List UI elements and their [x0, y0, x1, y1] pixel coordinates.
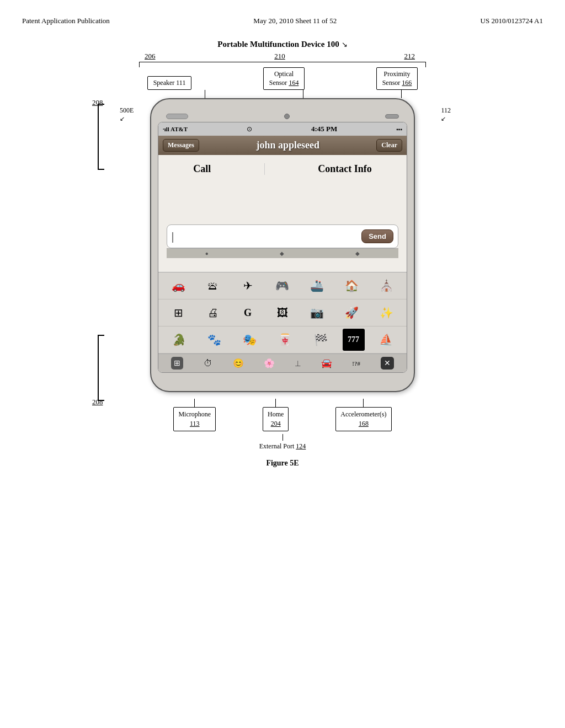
emoji-bell[interactable]: 🛎 [199, 275, 227, 297]
carrier: ·ıll AT&T [163, 126, 188, 132]
message-space [167, 186, 398, 219]
device-title: Portable Multifunction Device 100 [217, 40, 339, 49]
emoji-checkered[interactable]: 🏁 [307, 329, 334, 351]
emoji-paws[interactable]: 🐾 [200, 329, 228, 351]
emoji-mahjong[interactable]: 🀄 [271, 329, 299, 351]
phone-screen: ·ıll AT&T ⊙ 4:45 PM ▪▪▪ Messages john ap… [158, 122, 407, 373]
message-area: | Send ● ◆ ◆ [167, 224, 398, 258]
bottom-annotations: Microphone113 Home204 Accelerometer(s)16… [150, 399, 415, 431]
label-212: 212 [404, 52, 415, 61]
label-210: 210 [274, 52, 285, 61]
emoji-croc[interactable]: 🐊 [165, 329, 193, 351]
device-frame: ·ıll AT&T ⊙ 4:45 PM ▪▪▪ Messages john ap… [150, 98, 415, 392]
messages-btn[interactable]: Messages [163, 139, 199, 152]
patent-header: Patent Application Publication May 20, 2… [11, 11, 554, 31]
message-input-box[interactable]: | Send [167, 224, 398, 248]
content-area: Call Contact Info | [158, 155, 407, 272]
home-annotation: Home204 [263, 399, 289, 431]
toolbar-car[interactable]: 🚘 [321, 358, 332, 368]
emoji-toolbar: ⊞ ⏱ 😊 🌸 ⟂ 🚘 !?# ✕ [158, 354, 407, 372]
toolbar-symbols[interactable]: !?# [352, 360, 360, 367]
emoji-masks[interactable]: 🎭 [236, 329, 264, 351]
accelerometer-annotation: Accelerometer(s)168 [335, 399, 391, 431]
emoji-777[interactable]: 777 [343, 329, 365, 351]
toolbar-clock[interactable]: ⏱ [204, 358, 212, 368]
nav-title: john appleseed [256, 140, 319, 151]
emoji-church[interactable]: ⛪ [372, 275, 400, 297]
toolbar-delete[interactable]: ✕ [381, 357, 394, 370]
label-112: 112 ↙ [441, 106, 451, 123]
external-port-label: External Port 124 [259, 442, 306, 450]
emoji-sparkle[interactable]: ✨ [372, 302, 400, 324]
emoji-rocket[interactable]: 🚀 [338, 302, 366, 324]
label-500e: 500E ↙ [120, 106, 134, 123]
header-center: May 20, 2010 Sheet 11 of 52 [253, 17, 337, 25]
emoji-row-3: 🐊 🐾 🎭 🀄 🏁 777 ⛵ [158, 326, 407, 354]
diagram-wrapper: Portable Multifunction Device 100 ↘ 206 … [67, 39, 498, 468]
emoji-sailboat[interactable]: ⛵ [372, 329, 400, 351]
contact-row: Call Contact Info [167, 163, 398, 175]
emoji-row-1: 🚗 🛎 ✈ 🎮 🚢 🏠 ⛪ [158, 272, 407, 299]
clear-btn[interactable]: Clear [376, 139, 402, 152]
nav-bar: Messages john appleseed Clear [158, 136, 407, 155]
wifi-icon: ⊙ [247, 125, 252, 133]
page-container: Patent Application Publication May 20, 2… [0, 0, 565, 728]
cursor: | [172, 230, 174, 243]
emoji-gamepad[interactable]: 🎮 [269, 275, 296, 297]
time: 4:45 PM [311, 125, 337, 133]
send-btn[interactable]: Send [361, 229, 393, 243]
external-port-area: External Port 124 [67, 434, 498, 451]
toolbar-symbol[interactable]: ⟂ [295, 358, 301, 368]
emoji-house[interactable]: 🏠 [338, 275, 366, 297]
emoji-plane[interactable]: ✈ [234, 275, 262, 297]
emoji-camera[interactable]: 📷 [303, 302, 331, 324]
speaker-callout: Speaker 111 [147, 76, 192, 90]
label-206: 206 [145, 52, 156, 61]
toolbar-grid[interactable]: ⊞ [171, 357, 183, 370]
emoji-grid: 🚗 🛎 ✈ 🎮 🚢 🏠 ⛪ ⊞ 🖨 G [158, 272, 407, 372]
optical-sensor-callout: OpticalSensor 164 [263, 67, 305, 90]
figure-caption: Figure 5E [67, 459, 498, 468]
emoji-printer[interactable]: 🖨 [199, 302, 227, 324]
battery-icon: ▪▪▪ [396, 126, 402, 132]
emoji-ship[interactable]: 🚢 [303, 275, 331, 297]
header-right: US 2010/0123724 A1 [481, 17, 543, 25]
device-section: 208 500E ↙ 112 ↙ [67, 98, 498, 451]
proximity-sensor-callout: ProximitySensor 166 [376, 67, 418, 90]
toolbar-flower[interactable]: 🌸 [264, 358, 275, 368]
header-left: Patent Application Publication [22, 17, 110, 25]
toolbar-smiley[interactable]: 😊 [233, 358, 244, 368]
status-bar: ·ıll AT&T ⊙ 4:45 PM ▪▪▪ [158, 122, 407, 136]
emoji-picture[interactable]: 🖼 [269, 302, 296, 324]
emoji-row-2: ⊞ 🖨 G 🖼 📷 🚀 ✨ [158, 299, 407, 326]
contact-info-btn[interactable]: Contact Info [318, 163, 372, 175]
microphone-annotation: Microphone113 [173, 399, 216, 431]
call-btn[interactable]: Call [193, 163, 211, 175]
emoji-car[interactable]: 🚗 [164, 275, 192, 297]
emoji-grid-icon[interactable]: ⊞ [164, 302, 192, 324]
emoji-g[interactable]: G [234, 302, 262, 324]
